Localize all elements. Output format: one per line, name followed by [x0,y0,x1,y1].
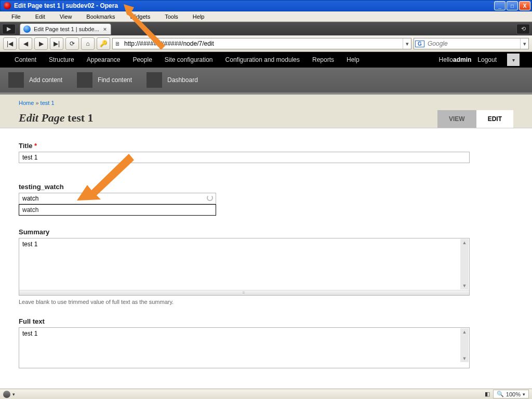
tab-edit[interactable]: EDIT [476,110,513,128]
title-input[interactable] [19,152,470,163]
testing-watch-label: testing_watch [19,183,513,191]
url-dropdown-button[interactable]: ▾ [403,38,411,49]
turbo-icon[interactable]: ◧ [485,391,490,397]
shortcut-dashboard[interactable]: Dashboard [147,72,198,88]
plus-icon [8,72,24,88]
search-input[interactable] [425,38,520,49]
window-titlebar: Edit Page test 1 | subdev02 - Opera _ □ … [0,0,532,11]
scrollbar[interactable]: ▲▼ [460,328,469,362]
admin-structure[interactable]: Structure [43,52,81,68]
browser-menubar: File Edit View Bookmarks Widgets Tools H… [0,11,532,22]
menu-file[interactable]: File [4,12,28,21]
minimize-button[interactable]: _ [494,1,506,10]
tab-close-button[interactable]: × [102,26,108,32]
back-button[interactable]: ◀ [19,37,32,50]
plus-icon [77,72,92,88]
sync-icon[interactable] [3,391,10,398]
menu-widgets[interactable]: Widgets [122,12,157,21]
logout-link[interactable]: Logout [471,52,503,68]
zoom-control[interactable]: 🔍 100% ▾ [493,390,529,398]
fulltext-label: Full text [19,317,513,325]
opera-icon [4,2,11,9]
admin-site-configuration[interactable]: Site configuration [158,52,219,68]
zoom-value: 100% [506,391,521,397]
toggle-toolbar-button[interactable]: ▾ [507,54,520,66]
scroll-up-icon[interactable]: ▲ [462,240,467,245]
textarea-grippie[interactable]: ≡ [19,290,469,295]
scroll-up-icon[interactable]: ▲ [462,329,467,335]
current-user[interactable]: admin [453,56,471,63]
admin-reports[interactable]: Reports [306,52,340,68]
breadcrumb: Home » test 1 [19,100,513,106]
search-engine-dropdown[interactable]: ▾ [520,38,528,49]
page-header: Home » test 1 Edit Page test 1 VIEW EDIT [0,95,532,128]
testing-watch-input[interactable] [19,193,216,204]
window-close-button[interactable]: X [519,1,530,10]
autocomplete-throbber-icon [207,195,213,201]
admin-menu: Content Structure Appearance People Site… [0,52,532,68]
page-title: Edit Page test 1 [19,111,94,125]
scroll-down-icon[interactable]: ▼ [462,283,467,288]
admin-help[interactable]: Help [340,52,366,68]
summary-description: Leave blank to use trimmed value of full… [19,299,513,305]
node-edit-form: Title * testing_watch watch Summary ▲▼ ≡… [0,128,532,394]
breadcrumb-page[interactable]: test 1 [41,100,55,106]
rewind-button[interactable]: |◀ [3,37,17,50]
shortcut-find-content[interactable]: Find content [77,72,132,88]
title-label: Title * [19,142,513,150]
reload-button[interactable]: ⟳ [65,37,79,50]
menu-view[interactable]: View [52,12,79,21]
summary-label: Summary [19,228,513,236]
fast-forward-button[interactable]: ▶| [50,37,63,50]
shortcut-add-content[interactable]: Add content [8,72,62,88]
maximize-button[interactable]: □ [507,1,518,10]
browser-tab[interactable]: Edit Page test 1 | subde... × [20,23,111,35]
menu-tools[interactable]: Tools [157,12,185,21]
home-button[interactable]: ⌂ [81,37,95,50]
tab-label: Edit Page test 1 | subde... [34,26,99,32]
plus-icon [147,72,162,88]
hello-label: Hello [439,56,453,63]
autocomplete-option[interactable]: watch [19,205,216,215]
wand-button[interactable]: 🔑 [97,37,110,50]
url-input[interactable] [122,38,403,49]
magnifier-icon: 🔍 [497,391,504,397]
tab-view[interactable]: VIEW [437,110,476,128]
browser-toolbar: |◀ ◀ ▶ ▶| ⟳ ⌂ 🔑 🗎 ▾ G ▾ [0,35,532,52]
breadcrumb-home[interactable]: Home [19,100,34,106]
breadcrumb-sep: » [35,100,38,106]
panel-toggle-button[interactable]: ▶ [2,24,16,34]
admin-people[interactable]: People [126,52,158,68]
menu-edit[interactable]: Edit [28,12,52,21]
search-field[interactable]: G ▾ [414,38,529,49]
address-field[interactable]: 🗎 ▾ [112,38,411,49]
fulltext-textarea[interactable] [19,328,469,366]
document-icon: 🗎 [113,41,122,47]
browser-statusbar: ▾ ◧ 🔍 100% ▾ [0,389,532,399]
autocomplete-dropdown: watch [19,204,216,216]
zoom-dropdown[interactable]: ▾ [523,392,525,397]
menu-help[interactable]: Help [185,12,212,21]
status-dropdown[interactable]: ▾ [12,392,15,397]
google-icon: G [415,41,424,47]
drupal-favicon-icon [23,25,31,33]
closed-tabs-button[interactable]: ⟲ [516,24,530,34]
forward-button[interactable]: ▶ [34,37,48,50]
shortcut-bar: Add content Find content Dashboard [0,68,532,95]
window-title: Edit Page test 1 | subdev02 - Opera [14,2,494,9]
scrollbar[interactable]: ▲▼ [460,239,469,289]
browser-tabstrip: ▶ Edit Page test 1 | subde... × ⟲ [0,22,532,35]
admin-appearance[interactable]: Appearance [81,52,127,68]
required-marker: * [34,142,37,150]
admin-content[interactable]: Content [8,52,43,68]
menu-bookmarks[interactable]: Bookmarks [79,12,122,21]
summary-textarea[interactable] [19,238,469,288]
admin-configuration-modules[interactable]: Configuration and modules [219,52,306,68]
scroll-down-icon[interactable]: ▼ [462,356,467,361]
